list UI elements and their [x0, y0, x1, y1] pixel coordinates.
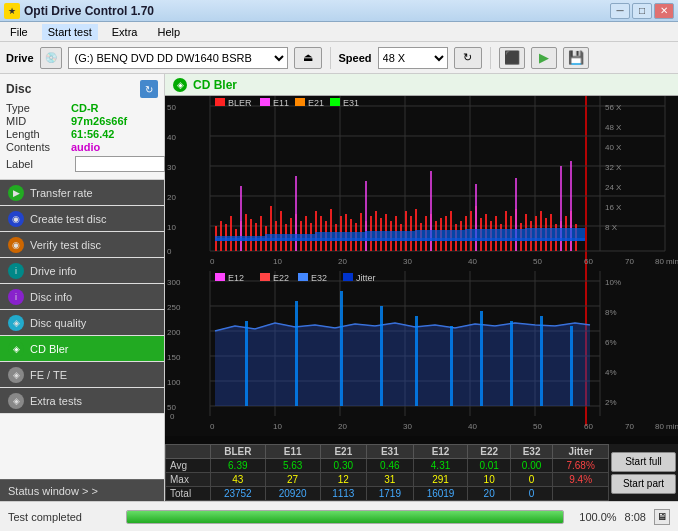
- svg-rect-111: [330, 98, 340, 106]
- disc-contents-label: Contents: [6, 141, 71, 153]
- menu-bar: File Start test Extra Help: [0, 22, 678, 42]
- svg-marker-150: [215, 323, 590, 406]
- svg-text:60: 60: [584, 257, 593, 266]
- menu-file[interactable]: File: [4, 24, 34, 40]
- svg-rect-152: [295, 301, 298, 406]
- svg-text:40 X: 40 X: [605, 143, 622, 152]
- svg-text:4%: 4%: [605, 368, 617, 377]
- svg-rect-154: [380, 306, 383, 406]
- sidebar-item-disc-quality[interactable]: ◈ Disc quality: [0, 310, 164, 336]
- fe-te-icon: ◈: [8, 367, 24, 383]
- chart-icon: ◈: [173, 78, 187, 92]
- menu-start-test[interactable]: Start test: [42, 24, 98, 40]
- sidebar-item-cd-bler[interactable]: ◈ CD Bler: [0, 336, 164, 362]
- disc-title: Disc: [6, 82, 31, 96]
- chart2-container: E12 E22 E32 Jitter 300 250 200 150 100 5…: [165, 271, 678, 444]
- sidebar-item-fe-te[interactable]: ◈ FE / TE: [0, 362, 164, 388]
- svg-rect-157: [480, 311, 483, 406]
- maximize-button[interactable]: □: [632, 3, 652, 19]
- minimize-button[interactable]: ─: [610, 3, 630, 19]
- svg-rect-156: [450, 326, 453, 406]
- menu-help[interactable]: Help: [151, 24, 186, 40]
- toolbar-separator-2: [490, 47, 491, 69]
- sidebar-item-transfer-rate[interactable]: ▶ Transfer rate: [0, 180, 164, 206]
- disc-length-label: Length: [6, 128, 71, 140]
- erase-button[interactable]: ⬛: [499, 47, 525, 69]
- burn-button[interactable]: ▶: [531, 47, 557, 69]
- row-total-e11: 20920: [265, 487, 320, 501]
- svg-rect-39: [330, 209, 332, 251]
- svg-text:80 min: 80 min: [655, 257, 678, 266]
- svg-text:70: 70: [625, 257, 634, 266]
- fe-te-label: FE / TE: [30, 369, 67, 381]
- speed-select[interactable]: 48 X: [378, 47, 448, 69]
- row-total-e32: 0: [510, 487, 552, 501]
- eject-button[interactable]: ⏏: [294, 47, 322, 69]
- charts-area: BLER E11 E21 E31 50 40 30 20 10 0 56 X: [165, 96, 678, 444]
- sidebar-item-disc-info[interactable]: i Disc info: [0, 284, 164, 310]
- svg-text:50: 50: [167, 103, 176, 112]
- svg-text:2%: 2%: [605, 398, 617, 407]
- svg-text:30: 30: [167, 163, 176, 172]
- sidebar-item-create-test-disc[interactable]: ◉ Create test disc: [0, 206, 164, 232]
- svg-text:0: 0: [210, 257, 215, 266]
- speed-refresh-button[interactable]: ↻: [454, 47, 482, 69]
- drive-info-icon: i: [8, 263, 24, 279]
- progress-fill: [127, 511, 563, 523]
- row-avg-jitter: 7.68%: [553, 459, 609, 473]
- chart1-svg: BLER E11 E21 E31 50 40 30 20 10 0 56 X: [165, 96, 678, 271]
- svg-text:Jitter: Jitter: [356, 273, 376, 283]
- start-full-button[interactable]: Start full: [611, 452, 676, 472]
- chart-title: CD Bler: [193, 78, 237, 92]
- svg-text:0: 0: [170, 412, 175, 421]
- start-part-button[interactable]: Start part: [611, 474, 676, 494]
- progress-percentage: 100.0%: [572, 511, 617, 523]
- sidebar-item-verify-test-disc[interactable]: ◉ Verify test disc: [0, 232, 164, 258]
- sidebar-item-extra-tests[interactable]: ◈ Extra tests: [0, 388, 164, 414]
- disc-quality-icon: ◈: [8, 315, 24, 331]
- drive-select[interactable]: (G:) BENQ DVD DD DW1640 BSRB: [68, 47, 288, 69]
- svg-text:50: 50: [533, 422, 542, 431]
- row-max-e21: 12: [320, 473, 367, 487]
- verify-test-disc-label: Verify test disc: [30, 239, 101, 251]
- svg-rect-153: [340, 291, 343, 406]
- svg-text:250: 250: [167, 303, 181, 312]
- svg-text:10: 10: [167, 223, 176, 232]
- col-e21: E21: [320, 445, 367, 459]
- svg-rect-155: [415, 316, 418, 406]
- svg-text:8%: 8%: [605, 308, 617, 317]
- svg-rect-22: [245, 214, 247, 251]
- disc-refresh-button[interactable]: ↻: [140, 80, 158, 98]
- row-max-label: Max: [166, 473, 211, 487]
- disc-length-value: 61:56.42: [71, 128, 114, 140]
- svg-text:16 X: 16 X: [605, 203, 622, 212]
- row-avg-e12: 4.31: [413, 459, 468, 473]
- save-button[interactable]: 💾: [563, 47, 589, 69]
- disc-contents-value: audio: [71, 141, 100, 153]
- close-button[interactable]: ✕: [654, 3, 674, 19]
- svg-text:10: 10: [273, 257, 282, 266]
- svg-rect-98: [215, 236, 265, 241]
- col-e22: E22: [468, 445, 510, 459]
- row-avg-e32: 0.00: [510, 459, 552, 473]
- col-label: [166, 445, 211, 459]
- chart-header: ◈ CD Bler: [165, 74, 678, 96]
- status-window-button[interactable]: Status window > >: [0, 479, 164, 501]
- svg-text:BLER: BLER: [228, 98, 252, 108]
- row-total-e22: 20: [468, 487, 510, 501]
- col-jitter: Jitter: [553, 445, 609, 459]
- sidebar-item-drive-info[interactable]: i Drive info: [0, 258, 164, 284]
- row-total-e31: 1719: [367, 487, 414, 501]
- col-e12: E12: [413, 445, 468, 459]
- drive-info-label: Drive info: [30, 265, 76, 277]
- menu-extra[interactable]: Extra: [106, 24, 144, 40]
- row-max-e31: 31: [367, 473, 414, 487]
- row-total-e12: 16019: [413, 487, 468, 501]
- svg-text:50: 50: [167, 403, 176, 412]
- disc-mid-label: MID: [6, 115, 71, 127]
- window-title: Opti Drive Control 1.70: [24, 4, 154, 18]
- svg-text:56 X: 56 X: [605, 103, 622, 112]
- svg-text:60: 60: [584, 422, 593, 431]
- svg-text:200: 200: [167, 328, 181, 337]
- label-input[interactable]: [75, 156, 165, 172]
